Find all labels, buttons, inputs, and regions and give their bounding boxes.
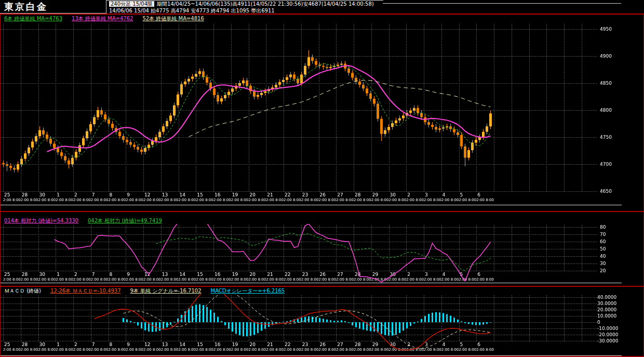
- macd-chart[interactable]: [0, 294, 644, 357]
- timeframe-selector[interactable]: 240分足 15/04限: [109, 1, 154, 7]
- rsi-chart[interactable]: [0, 224, 644, 284]
- macd-legend: ＭＡＣＤ (終値)12-26本 ＭＡＣＤ=-10.49379本 単純 シグナル=…: [4, 288, 294, 294]
- rsi42-legend: 042本 相対力 (終値)=49.7419: [88, 218, 162, 223]
- header-bar: 東京白金 240分足 15/04限期間14/04/25~14/06/06(135…: [0, 0, 644, 15]
- period-info: 期間14/04/25~14/06/06(135)高4911(14/05/22 2…: [157, 1, 374, 7]
- ma6-legend: 6本 終値単純 MA=4763: [4, 16, 62, 21]
- ma52-legend: 52本 終値単純 MA=4816: [142, 16, 204, 21]
- oscillator-legend: MACDオシレーター=+6.2165: [211, 288, 285, 294]
- panel-separator: [0, 211, 644, 212]
- macd-title: ＭＡＣＤ (終値): [4, 288, 41, 294]
- quote-line: 14/06/06 15/04 始4775 高4794 安4773 終4794 出…: [109, 8, 275, 14]
- top-right-divider: [383, 3, 621, 4]
- top-edge-divider: [106, 0, 383, 1]
- chart-window: 東京白金 240分足 15/04限期間14/04/25~14/06/06(135…: [0, 0, 644, 357]
- ma-legend: 6本 終値単純 MA=476313本 終値単純 MA=476252本 終値単純 …: [4, 16, 213, 22]
- panel-separator: [0, 286, 644, 287]
- macd-value-legend: 12-26本 ＭＡＣＤ=-10.4937: [50, 288, 121, 294]
- ma13-legend: 13本 終値単純 MA=4762: [72, 16, 133, 21]
- rsi14-legend: 014本 相対力 (終値)=54.3330: [4, 218, 78, 223]
- instrument-title: 東京白金: [0, 0, 106, 14]
- rsi-legend: 014本 相対力 (終値)=54.3330042本 相対力 (終値)=49.74…: [4, 218, 171, 224]
- header-row-1: 240分足 15/04限期間14/04/25~14/06/06(135)高491…: [109, 1, 374, 8]
- candlestick-chart[interactable]: [0, 22, 644, 207]
- header-row-2: 14/06/06 15/04 始4775 高4794 安4773 終4794 出…: [109, 7, 275, 15]
- signal-value-legend: 9本 単純 シグナル=-16.7102: [130, 288, 202, 294]
